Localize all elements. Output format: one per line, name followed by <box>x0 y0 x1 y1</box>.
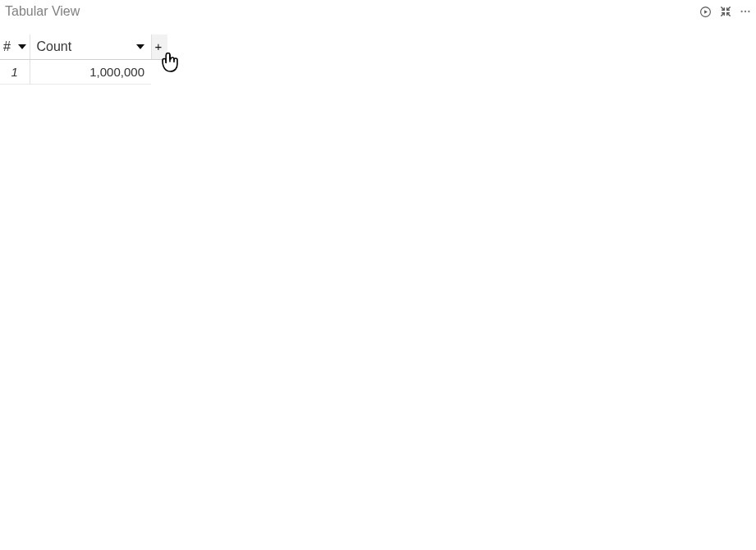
panel-title: Tabular View <box>5 4 80 19</box>
cell-count: 1,000,000 <box>30 60 151 85</box>
svg-point-2 <box>745 11 746 12</box>
header-actions <box>699 6 751 18</box>
column-header-count[interactable]: Count <box>30 34 151 60</box>
add-column-button[interactable]: + <box>151 34 167 60</box>
dropdown-icon[interactable] <box>136 44 144 50</box>
collapse-icon[interactable] <box>720 6 731 17</box>
play-icon[interactable] <box>699 6 712 18</box>
row-number: 1 <box>0 60 30 85</box>
dropdown-icon[interactable] <box>18 44 26 50</box>
count-label: Count <box>37 39 72 54</box>
table-container: # Count + <box>0 34 756 85</box>
rownum-symbol: # <box>3 39 11 54</box>
data-table: # Count + <box>0 34 167 85</box>
more-icon[interactable] <box>740 6 751 17</box>
column-header-rownum[interactable]: # <box>0 34 30 60</box>
panel-header: Tabular View <box>0 0 756 20</box>
table-row[interactable]: 1 1,000,000 <box>0 60 167 85</box>
svg-point-3 <box>748 11 749 12</box>
svg-point-1 <box>740 11 742 12</box>
plus-icon: + <box>155 39 163 53</box>
